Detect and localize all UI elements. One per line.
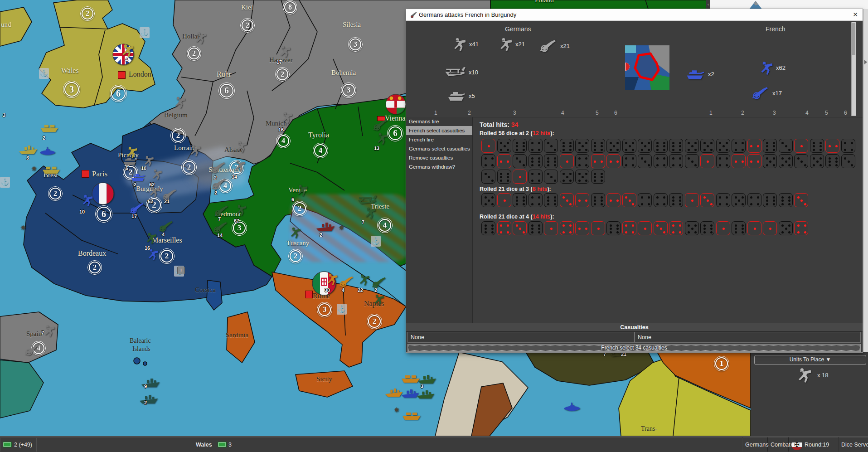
territory-production-badge: 4: [314, 144, 327, 157]
dice-column-header: 5: [825, 110, 828, 116]
unit-count-badge: 17: [276, 59, 282, 65]
territory-label: Balearic: [130, 337, 151, 345]
phase-item[interactable]: French select casualties: [406, 126, 472, 135]
die: [794, 139, 808, 153]
die: [779, 154, 793, 168]
artillery-icon: [538, 39, 558, 53]
territory-label: Belgium: [164, 112, 188, 119]
die: [497, 193, 511, 207]
unit-count-badge: 7: [41, 330, 44, 335]
panel-scroll-sliver[interactable]: [863, 9, 868, 352]
territory-production-badge: 2: [172, 129, 184, 142]
inf-unit-icon: [168, 96, 186, 108]
units-to-place-button[interactable]: Units To Place ▼: [754, 355, 866, 365]
inf-unit-icon: [143, 186, 160, 197]
die: [591, 221, 605, 235]
inf-unit-icon: [273, 45, 291, 58]
inf-unit-icon: [367, 294, 384, 306]
unit-count-badge: 14: [217, 233, 223, 238]
units-scrollbar[interactable]: [851, 22, 856, 116]
status-bar: 2 (+49) Wales 3 Germans Combat ✠ Round:1…: [0, 436, 868, 452]
attacker-header: Germans: [505, 25, 531, 33]
unit-count-badge: 5: [126, 165, 128, 171]
phase-item[interactable]: Germans withdraw?: [406, 162, 472, 171]
die: [685, 193, 699, 207]
territory-production-badge: 2: [368, 315, 381, 328]
die: [669, 193, 683, 207]
die: [841, 139, 855, 153]
anchor-icon: ⚓: [140, 27, 150, 38]
phase-item[interactable]: Germans select casualties: [406, 144, 472, 153]
inf-unit-icon: [229, 204, 247, 216]
art-unit-icon: [337, 276, 354, 287]
unit-count-label: x41: [469, 41, 479, 48]
sub-unit-icon: [562, 401, 582, 414]
die: [825, 154, 839, 168]
phase-item[interactable]: French fire: [406, 135, 472, 144]
dice-results-area: Total hits: 34Rolled 56 dice at 2 (12 hi…: [472, 117, 863, 323]
die: [747, 193, 761, 207]
die: [622, 139, 636, 153]
phase-item[interactable]: Germans fire: [406, 117, 472, 126]
tpt-unit-icon: [42, 162, 61, 175]
infantry-icon: [492, 37, 513, 51]
die: [638, 221, 652, 235]
infantry-icon: [446, 37, 466, 51]
die: [606, 221, 621, 235]
territory-production-badge: 4: [378, 219, 391, 232]
roll-label: Rolled 56 dice at 2 (12 hits):: [480, 130, 554, 136]
territory-label: Bohemia: [331, 69, 356, 77]
die: [747, 221, 761, 235]
die: [779, 139, 793, 153]
money-icon: [218, 442, 227, 447]
unit-count-badge: 13: [374, 146, 379, 151]
die: [513, 139, 527, 153]
territory-label: Kiel: [241, 4, 253, 11]
unit-count-badge: 3: [26, 155, 29, 160]
die: [669, 154, 683, 168]
dice-column-header: 4: [561, 110, 564, 116]
inf-unit-icon: [114, 44, 134, 57]
die: [544, 193, 558, 207]
fighter-icon: [444, 65, 466, 80]
die: [779, 193, 793, 207]
territory-label: Wales: [61, 67, 79, 75]
inf-unit-icon: [353, 274, 370, 286]
territory-production-badge: 2: [276, 68, 288, 80]
die: [544, 221, 558, 235]
territory-production-badge: 2: [293, 202, 306, 215]
territory-production-badge: 2: [49, 188, 61, 199]
unit-count-label: x21: [515, 41, 525, 48]
territory-production-badge: 2: [242, 19, 253, 31]
ship-unit-icon: [315, 220, 335, 234]
unit-count-label: x2: [708, 71, 714, 78]
roll-hits: 14 hits: [533, 214, 551, 220]
split-collapse-arrow[interactable]: ‹: [706, 0, 710, 9]
territory-label: London: [129, 70, 151, 78]
dialog-title-bar[interactable]: Germans attacks French in Burgundy ✕: [406, 9, 863, 21]
die: [575, 170, 589, 184]
die: [591, 154, 605, 168]
die: [794, 193, 808, 207]
art-unit-icon: [212, 205, 229, 217]
roll-hits: 8 hits: [533, 186, 548, 192]
anchor-icon: ⚓: [337, 304, 347, 315]
select-casualties-button[interactable]: French select 34 casualties: [407, 344, 861, 352]
die: [654, 139, 668, 153]
map-zoom-plus-button[interactable]: +: [177, 267, 185, 274]
die: [606, 154, 621, 168]
expand-arrow-icon[interactable]: [864, 60, 867, 64]
dice-column-header: 6: [614, 110, 617, 116]
phase-item[interactable]: Remove casualties: [406, 153, 472, 162]
die: [560, 154, 574, 168]
territory-production-badge: 3: [233, 222, 246, 234]
die: [747, 139, 761, 153]
territory-label: Silesia: [343, 21, 361, 29]
anchor-icon: ⚓: [39, 68, 49, 79]
mountain-icon: [710, 0, 868, 9]
die: [732, 221, 746, 235]
territory-label: Bordeaux: [78, 249, 106, 258]
close-icon[interactable]: ✕: [853, 11, 858, 18]
territory-production-badge: 6: [97, 207, 111, 221]
die: [654, 193, 668, 207]
